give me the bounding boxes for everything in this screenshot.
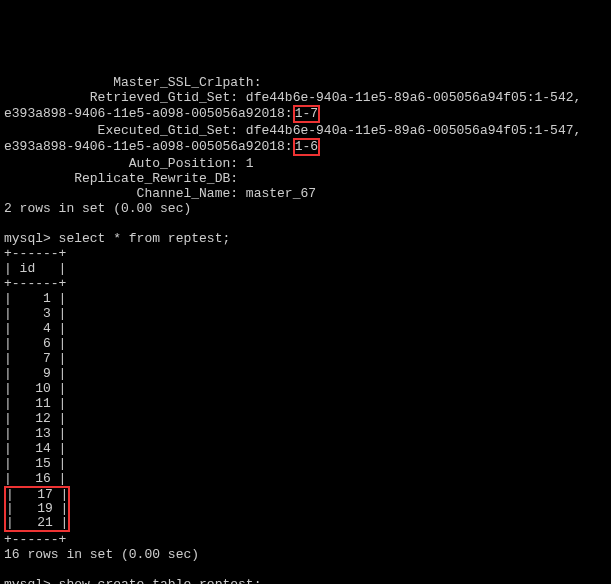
status-line-prefix: e393a898-9406-11e5-a098-005056a92018: (4, 139, 293, 154)
table-separator: +------+ (4, 246, 66, 261)
table-row: | 21 | (6, 515, 68, 530)
highlight-new-rows: | 17 | | 19 | | 21 | (4, 486, 70, 532)
table-row: | 15 | (4, 456, 66, 471)
table-separator: +------+ (4, 276, 66, 291)
status-line-prefix: e393a898-9406-11e5-a098-005056a92018: (4, 106, 293, 121)
table-row: | 1 | (4, 291, 66, 306)
status-line: Executed_Gtid_Set: dfe44b6e-940a-11e5-89… (4, 123, 581, 138)
highlight-gtid-range-2: 1-6 (293, 138, 320, 156)
sql-query: show create table reptest; (59, 577, 262, 584)
table-row: | 19 | (6, 501, 68, 516)
table-row: | 13 | (4, 426, 66, 441)
table-row: | 9 | (4, 366, 66, 381)
table-separator: +------+ (4, 532, 66, 547)
status-line: Replicate_Rewrite_DB: (4, 171, 238, 186)
highlight-gtid-range-1: 1-7 (293, 105, 320, 123)
table-row: | 16 | (4, 471, 66, 486)
table-row: | 10 | (4, 381, 66, 396)
terminal-output: Master_SSL_Crlpath: Retrieved_Gtid_Set: … (0, 60, 611, 584)
table-row: | 14 | (4, 441, 66, 456)
status-line: Channel_Name: master_67 (4, 186, 316, 201)
table-header: | id | (4, 261, 66, 276)
table-row: | 3 | (4, 306, 66, 321)
sql-query: select * from reptest; (59, 231, 231, 246)
status-line: Auto_Position: 1 (4, 156, 254, 171)
status-line: 2 rows in set (0.00 sec) (4, 201, 191, 216)
table-row: | 6 | (4, 336, 66, 351)
mysql-prompt: mysql> (4, 577, 59, 584)
status-line: Master_SSL_Crlpath: (4, 75, 261, 90)
table-row: | 7 | (4, 351, 66, 366)
table-row: | 11 | (4, 396, 66, 411)
table-row: | 12 | (4, 411, 66, 426)
table-row: | 4 | (4, 321, 66, 336)
result-footer: 16 rows in set (0.00 sec) (4, 547, 199, 562)
mysql-prompt: mysql> (4, 231, 59, 246)
table-row: | 17 | (6, 487, 68, 502)
status-line: Retrieved_Gtid_Set: dfe44b6e-940a-11e5-8… (4, 90, 581, 105)
